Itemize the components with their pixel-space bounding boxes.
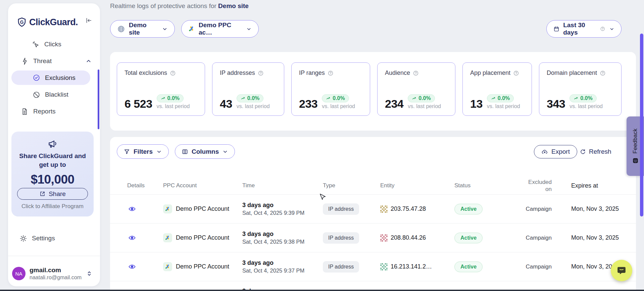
filters-button-label: Filters xyxy=(134,148,153,155)
sidebar-item-settings[interactable]: Settings xyxy=(19,231,55,246)
trend-up-icon xyxy=(412,96,417,101)
view-details-eye-icon[interactable] xyxy=(128,234,136,242)
stat-title: Total exclusions xyxy=(125,69,167,77)
table-row[interactable]: Demo PPC Account 3 days agoSat, Oct 4, 2… xyxy=(110,223,636,252)
sidebar: ClickGuard. Clicks Threat Exclusions Bla… xyxy=(8,3,100,286)
ppc-account-cell: Demo PPC Account xyxy=(176,234,229,241)
column-header-type: Type xyxy=(323,182,380,189)
view-details-eye-icon[interactable] xyxy=(128,263,136,271)
column-header-time: Time xyxy=(242,182,323,189)
page-scrollbar[interactable] xyxy=(640,34,643,216)
help-icon[interactable] xyxy=(328,70,334,76)
trend-up-icon xyxy=(241,96,246,101)
window-bottom-edge xyxy=(0,290,644,291)
chevron-down-icon xyxy=(609,26,614,32)
funnel-icon xyxy=(123,148,130,155)
sidebar-item-threat[interactable]: Threat xyxy=(21,54,92,68)
time-relative: 3 days ago xyxy=(242,231,323,238)
chevron-up-down-icon xyxy=(86,270,93,277)
columns-button-label: Columns xyxy=(192,148,219,155)
help-icon[interactable] xyxy=(513,70,519,76)
prohibit-icon xyxy=(33,91,40,99)
stat-trend: 0.0% xyxy=(333,95,345,101)
ppc-account-selector[interactable]: Demo PPC ac… xyxy=(181,20,259,38)
sidebar-item-label: Clicks xyxy=(44,41,61,48)
excluded-on-cell: Campaign xyxy=(508,263,552,270)
trend-up-icon xyxy=(326,96,331,101)
column-header-excluded-on: Excluded on xyxy=(508,179,552,193)
stat-card-domain-placement: Domain placement 343 0.0% vs. last perio… xyxy=(539,62,622,116)
date-range-value: Last 30 days xyxy=(563,21,596,36)
type-badge: IP address xyxy=(323,232,359,244)
sidebar-item-label: Reports xyxy=(33,108,56,115)
columns-button[interactable]: Columns xyxy=(175,144,235,159)
account-switcher[interactable]: NA gmail.com naatali.ro@gmail.com xyxy=(12,264,96,283)
sidebar-item-exclusions[interactable]: Exclusions xyxy=(33,70,76,85)
column-header-status: Status xyxy=(454,182,508,189)
globe-icon xyxy=(117,25,125,33)
time-relative: 3 days ago xyxy=(242,202,323,209)
stat-card-total-exclusions: Total exclusions 6 523 0.0% vs. last per… xyxy=(117,62,205,116)
export-button[interactable]: Export xyxy=(534,145,577,158)
table-row[interactable]: Demo PPC Account 3 days agoSat, Oct 4, 2… xyxy=(110,194,636,223)
time-exact: Sat, Oct 4, 2025 9:37 PM xyxy=(242,268,323,274)
sidebar-divider xyxy=(8,256,100,256)
share-button[interactable]: Share xyxy=(17,188,88,200)
sidebar-item-label: Threat xyxy=(33,57,52,65)
time-exact: Sat, Oct 4, 2025 9:39 PM xyxy=(242,210,323,216)
help-icon[interactable] xyxy=(413,70,419,76)
type-badge: IP address xyxy=(323,203,359,215)
filters-button[interactable]: Filters xyxy=(117,144,169,159)
trend-up-icon xyxy=(161,96,166,101)
stat-value: 6 523 xyxy=(125,98,152,109)
help-icon[interactable] xyxy=(600,70,606,76)
page-subtitle: Realtime logs of protective actions for … xyxy=(110,2,249,10)
refresh-button-label: Refresh xyxy=(589,148,611,155)
stat-title: Audience xyxy=(385,69,410,77)
stat-caption: vs. last period xyxy=(569,103,603,109)
excluded-on-cell: Campaign xyxy=(508,235,552,241)
date-range-selector[interactable]: Last 30 days xyxy=(546,20,622,38)
sidebar-collapse-icon[interactable] xyxy=(85,17,92,24)
stat-caption: vs. last period xyxy=(157,103,190,109)
site-selector[interactable]: Demo site xyxy=(110,20,175,38)
entity-identicon xyxy=(380,205,388,213)
chat-launcher-button[interactable] xyxy=(611,260,632,281)
help-icon[interactable] xyxy=(600,26,605,32)
status-badge: Active xyxy=(454,261,483,272)
promo-amount: $10,000 xyxy=(11,173,94,187)
site-selector-value: Demo site xyxy=(129,21,158,36)
time-exact: Sat, Oct 4, 2025 9:38 PM xyxy=(242,239,323,245)
sidebar-item-reports[interactable]: Reports xyxy=(21,104,56,119)
sidebar-item-label: Exclusions xyxy=(45,74,76,82)
exclusions-table: Details PPC Account Time Type Entity Sta… xyxy=(110,177,636,291)
help-icon[interactable] xyxy=(170,70,176,76)
help-icon[interactable] xyxy=(258,70,264,76)
view-details-eye-icon[interactable] xyxy=(128,205,136,213)
external-link-icon xyxy=(39,191,46,197)
status-badge: Active xyxy=(454,233,483,243)
share-button-label: Share xyxy=(49,190,66,198)
columns-icon xyxy=(182,148,188,155)
stat-caption: vs. last period xyxy=(408,103,441,109)
ppc-account-cell: Demo PPC Account xyxy=(176,263,229,270)
affiliate-link[interactable]: Click to Affiliate Program xyxy=(11,203,94,210)
stat-trend: 0.0% xyxy=(418,95,431,101)
table-row[interactable]: Demo PPC Account 3 days agoSat, Oct 4, 2… xyxy=(110,252,636,281)
stat-caption: vs. last period xyxy=(487,103,520,109)
column-header-ppc-account: PPC Account xyxy=(163,182,242,189)
entity-value: 208.80.44.26 xyxy=(391,234,426,241)
chevron-down-icon xyxy=(246,26,252,32)
affiliate-promo-card[interactable]: Share ClickGuard and get up to $10,000 S… xyxy=(11,132,94,216)
calendar-icon xyxy=(553,26,559,33)
chat-bubble-icon xyxy=(616,265,627,276)
google-ads-icon xyxy=(188,25,195,33)
megaphone-icon xyxy=(47,138,58,149)
column-header-entity: Entity xyxy=(380,182,454,189)
refresh-button[interactable]: Refresh xyxy=(580,146,611,157)
sidebar-item-blacklist[interactable]: Blacklist xyxy=(33,87,68,102)
chevron-down-icon xyxy=(222,149,228,155)
sidebar-item-clicks[interactable]: Clicks xyxy=(32,37,61,52)
sidebar-scrollbar[interactable] xyxy=(98,69,99,129)
stat-card-audience: Audience 234 0.0% vs. last period xyxy=(377,62,455,116)
